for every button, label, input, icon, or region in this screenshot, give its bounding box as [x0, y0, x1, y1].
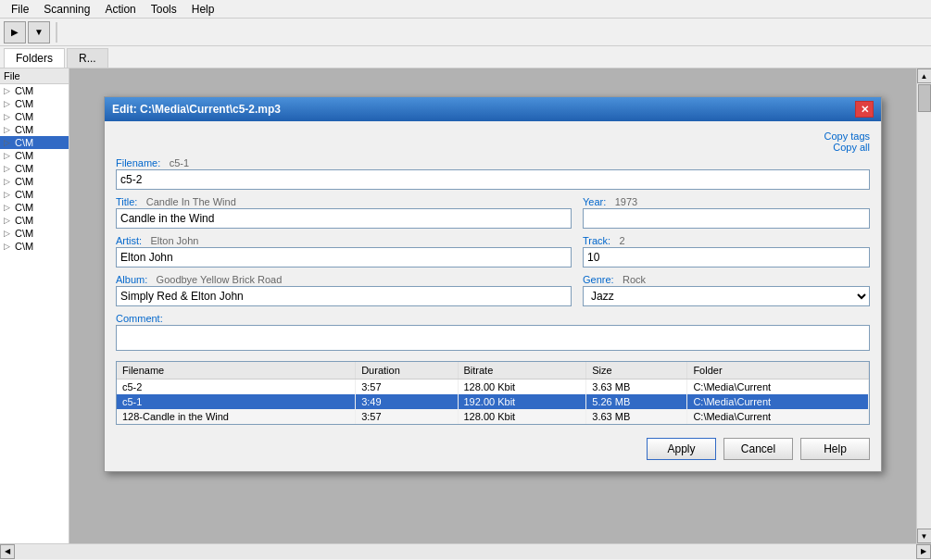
year-input[interactable] — [583, 208, 870, 229]
genre-label: Genre: — [583, 274, 614, 285]
apply-button[interactable]: Apply — [647, 438, 716, 460]
album-col: Album: Goodbye Yellow Brick Road — [116, 273, 572, 306]
sidebar-header: File — [0, 68, 69, 84]
copy-all-link[interactable]: Copy all — [116, 142, 870, 153]
album-genre-row: Album: Goodbye Yellow Brick Road Genre: … — [116, 273, 870, 306]
scroll-thumb[interactable] — [918, 84, 931, 112]
sidebar-item-7[interactable]: ▷C\M — [0, 175, 69, 188]
track-input[interactable] — [583, 247, 870, 268]
arrow-icon-3: ▷ — [4, 125, 13, 134]
col-filename[interactable]: Filename — [117, 362, 356, 380]
artist-input[interactable] — [116, 247, 572, 268]
cell-filename-2: 128-Candle in the Wind — [117, 409, 356, 424]
arrow-icon-8: ▷ — [4, 190, 13, 199]
col-duration[interactable]: Duration — [356, 362, 458, 380]
scroll-down-button[interactable]: ▼ — [917, 529, 932, 543]
arrow-icon-5: ▷ — [4, 151, 13, 160]
cell-bitrate-2: 128.00 Kbit — [458, 409, 586, 424]
arrow-icon-2: ▷ — [4, 112, 13, 121]
filename-hint: c5-1 — [170, 157, 189, 168]
menu-file[interactable]: File — [4, 1, 36, 18]
cell-folder-1: C:\Media\Current — [687, 394, 869, 409]
genre-col: Genre: Rock Jazz Rock Pop Classical — [583, 273, 870, 306]
title-label: Title: — [116, 196, 137, 207]
col-size[interactable]: Size — [586, 362, 687, 380]
arrow-icon-10: ▷ — [4, 216, 13, 225]
tab-folders[interactable]: Folders — [4, 48, 65, 68]
menu-help[interactable]: Help — [184, 1, 222, 18]
filename-input[interactable] — [116, 169, 870, 190]
toolbar: ▶ ▼ — [0, 19, 931, 46]
cell-folder-0: C:\Media\Current — [687, 380, 869, 395]
filename-col: Filename: c5-1 — [116, 156, 870, 190]
sidebar: File ▷C\M ▷C\M ▷C\M ▷C\M ▷C\M ▷C\M ▷C\M … — [0, 68, 69, 543]
toolbar-separator — [56, 22, 57, 43]
artist-col: Artist: Elton John — [116, 234, 572, 268]
year-label: Year: — [583, 196, 606, 207]
title-year-row: Title: Candle In The Wind Year: 1973 — [116, 195, 870, 229]
col-bitrate[interactable]: Bitrate — [458, 362, 586, 380]
dialog-body: Copy tags Copy all Filename: c5-1 — [105, 121, 881, 471]
cell-size-2: 3.63 MB — [586, 409, 687, 424]
copy-tags-link[interactable]: Copy tags — [116, 131, 870, 142]
scroll-right-button[interactable]: ▶ — [916, 544, 931, 559]
help-button[interactable]: Help — [800, 438, 870, 460]
horizontal-scrollbar: ◀ ▶ — [0, 543, 931, 558]
sidebar-item-12[interactable]: ▷C\M — [0, 240, 69, 253]
table-row[interactable]: c5-23:57128.00 Kbit3.63 MBC:\Media\Curre… — [117, 380, 869, 395]
sidebar-item-9[interactable]: ▷C\M — [0, 201, 69, 214]
scroll-track[interactable] — [917, 83, 932, 529]
year-label-row: Year: 1973 — [583, 195, 870, 208]
sidebar-item-0[interactable]: ▷C\M — [0, 84, 69, 97]
col-folder[interactable]: Folder — [687, 362, 869, 380]
main-layout: File ▷C\M ▷C\M ▷C\M ▷C\M ▷C\M ▷C\M ▷C\M … — [0, 68, 931, 543]
cell-filename-1: c5-1 — [117, 394, 356, 409]
arrow-icon-12: ▷ — [4, 242, 13, 251]
sidebar-item-3[interactable]: ▷C\M — [0, 123, 69, 136]
cell-folder-2: C:\Media\Current — [687, 409, 869, 424]
vertical-scrollbar: ▲ ▼ — [916, 68, 931, 543]
tab-r[interactable]: R... — [67, 48, 108, 68]
sidebar-item-6[interactable]: ▷C\M — [0, 162, 69, 175]
title-input[interactable] — [116, 208, 572, 229]
sidebar-item-10[interactable]: ▷C\M — [0, 214, 69, 227]
sidebar-item-2[interactable]: ▷C\M — [0, 110, 69, 123]
comment-input[interactable] — [116, 325, 870, 351]
play-button[interactable]: ▶ — [4, 21, 26, 44]
arrow-icon-0: ▷ — [4, 86, 13, 95]
toolbar-dropdown[interactable]: ▼ — [28, 21, 50, 44]
table-row[interactable]: c5-13:49192.00 Kbit5.26 MBC:\Media\Curre… — [117, 394, 869, 409]
album-label: Album: — [116, 274, 147, 285]
menu-action[interactable]: Action — [97, 1, 143, 18]
h-scroll-track[interactable] — [15, 544, 916, 559]
menu-tools[interactable]: Tools — [144, 1, 184, 18]
sidebar-item-8[interactable]: ▷C\M — [0, 188, 69, 201]
arrow-icon-7: ▷ — [4, 177, 13, 186]
menu-scanning[interactable]: Scanning — [36, 1, 97, 18]
album-hint: Goodbye Yellow Brick Road — [157, 274, 283, 285]
cell-duration-0: 3:57 — [356, 380, 458, 395]
cancel-button[interactable]: Cancel — [723, 438, 793, 460]
cell-size-0: 3.63 MB — [586, 380, 687, 395]
dialog-close-button[interactable]: ✕ — [855, 101, 874, 118]
scroll-up-button[interactable]: ▲ — [917, 68, 932, 83]
album-input[interactable] — [116, 286, 572, 306]
dialog-titlebar: Edit: C:\Media\Current\c5-2.mp3 ✕ — [105, 97, 881, 121]
genre-hint: Rock — [623, 274, 646, 285]
sidebar-item-1[interactable]: ▷C\M — [0, 97, 69, 110]
cell-duration-1: 3:49 — [356, 394, 458, 409]
comment-label: Comment: — [116, 313, 163, 324]
arrow-icon-11: ▷ — [4, 229, 13, 238]
arrow-icon-6: ▷ — [4, 164, 13, 173]
cell-filename-0: c5-2 — [117, 380, 356, 395]
year-col: Year: 1973 — [583, 195, 870, 229]
sidebar-item-11[interactable]: ▷C\M — [0, 227, 69, 240]
table-row[interactable]: 128-Candle in the Wind3:57128.00 Kbit3.6… — [117, 409, 869, 424]
year-hint: 1973 — [615, 196, 637, 207]
files-table-container: Filename Duration Bitrate Size Folder c5… — [116, 361, 870, 425]
genre-select[interactable]: Jazz Rock Pop Classical — [583, 286, 870, 306]
sidebar-item-5[interactable]: ▷C\M — [0, 149, 69, 162]
arrow-icon-4: ▷ — [4, 138, 13, 147]
sidebar-item-4[interactable]: ▷C\M — [0, 136, 69, 149]
scroll-left-button[interactable]: ◀ — [0, 544, 15, 559]
